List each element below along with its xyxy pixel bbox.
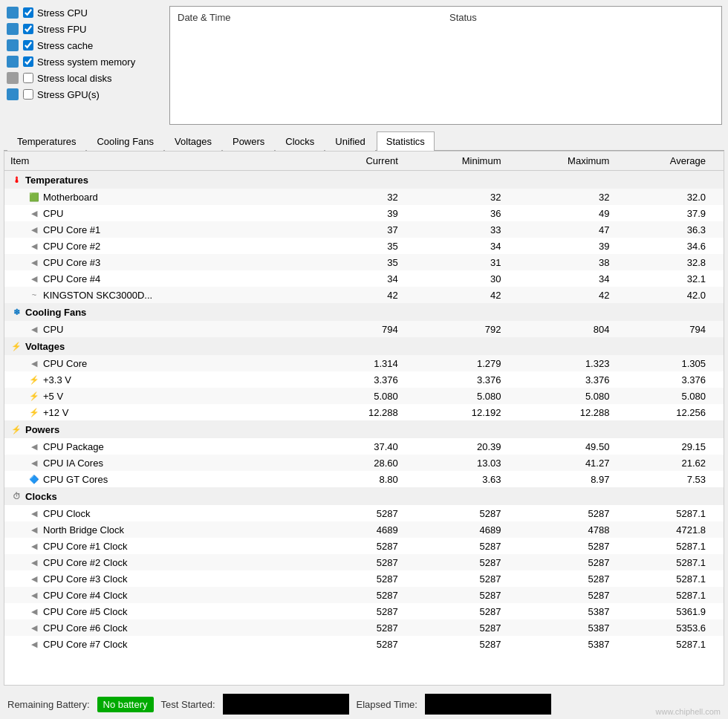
table-row: ◀ CPU Core #2 Clock 5287528752875287.1 [4,554,724,570]
svg-rect-4 [7,72,19,84]
stress-options-panel: Stress CPUStress FPUStress cacheStress s… [6,6,162,125]
checkbox-cpu[interactable] [23,7,33,18]
svg-rect-5 [7,88,19,100]
tab-statistics[interactable]: Statistics [377,131,435,151]
svg-rect-2 [7,39,19,51]
stress-item-fpu: Stress FPU [6,22,162,36]
table-row: 🌡 Temperatures [4,171,724,189]
table-row: ◀ CPU Core 1.3141.2791.3231.305 [4,355,724,371]
table-row: ⚡ Powers [4,420,724,438]
table-row: ◀ CPU Core #7 Clock 5287528753875287.1 [4,636,724,652]
table-row: ◀ CPU Package 37.4020.3949.5029.15 [4,438,724,455]
stress-item-gpu: Stress GPU(s) [6,88,162,101]
table-row: 🟩 Motherboard 32323232.0 [4,189,724,205]
table-row: ◀ CPU Core #6 Clock 5287528753875353.6 [4,619,724,636]
tab-coolingfans[interactable]: Cooling Fans [87,131,163,151]
checkbox-gpu[interactable] [23,89,33,100]
stress-item-cpu: Stress CPU [6,6,162,19]
stress-item-disks: Stress local disks [6,71,162,85]
table-row: ◀ CPU Core #4 34303432.1 [4,270,724,287]
table-header-row: Item Current Minimum Maximum Average [4,152,724,171]
col-item: Item [4,152,315,171]
col-maximum: Maximum [507,152,615,171]
checkbox-memory[interactable] [23,56,33,67]
table-row: ◀ CPU Core #1 Clock 5287528752875287.1 [4,538,724,554]
checkbox-fpu[interactable] [23,24,33,34]
table-row: ◀ North Bridge Clock 4689468947884721.8 [4,521,724,538]
table-row: ◀ CPU IA Cores 28.6013.0341.2721.62 [4,455,724,471]
tab-unified[interactable]: Unified [325,131,374,151]
svg-rect-1 [7,23,19,35]
test-started-input[interactable] [223,694,349,715]
stress-item-cache: Stress cache [6,39,162,52]
stress-label-cpu: Stress CPU [37,7,88,19]
table-row: ◀ CPU Core #5 Clock 5287528753875361.9 [4,603,724,619]
col-current: Current [315,152,404,171]
table-row: ◀ CPU Core #3 35313832.8 [4,254,724,270]
table-row: ❄ Cooling Fans [4,303,724,321]
statistics-table: Item Current Minimum Maximum Average 🌡 T… [4,152,724,652]
table-row: ◀ CPU Core #3 Clock 5287528752875287.1 [4,570,724,587]
statistics-table-container[interactable]: Item Current Minimum Maximum Average 🌡 T… [4,151,724,686]
checkbox-cache[interactable] [23,40,33,51]
stress-icon-cpu [6,6,19,19]
checkbox-disks[interactable] [23,73,33,83]
table-row: ◀ CPU 39364937.9 [4,205,724,221]
log-panel: Date & Time Status [169,6,722,125]
table-row: 🔷 CPU GT Cores 8.803.638.977.53 [4,471,724,487]
stress-label-gpu: Stress GPU(s) [37,89,100,100]
stress-item-memory: Stress system memory [6,55,162,68]
table-row: ◀ CPU Core #1 37334736.3 [4,221,724,238]
tab-clocks[interactable]: Clocks [276,131,324,151]
col-spacer [712,152,724,171]
bottom-bar: Remaining Battery: No battery Test Start… [0,688,728,719]
tabs-bar: TemperaturesCooling FansVoltagesPowersCl… [4,131,724,151]
elapsed-label: Elapsed Time: [357,699,417,710]
table-row: ◀ CPU Core #2 35343934.6 [4,238,724,254]
table-row: ⚡ +3.3 V 3.3763.3763.3763.376 [4,371,724,388]
table-row: ⚡ +5 V 5.0805.0805.0805.080 [4,388,724,404]
stress-icon-disks [6,71,19,85]
table-row: ⏱ Clocks [4,487,724,505]
col-average: Average [615,152,712,171]
watermark: www.chiphell.com [656,706,721,717]
table-row: ~ KINGSTON SKC3000D... 42424242.0 [4,287,724,303]
stress-label-fpu: Stress FPU [37,24,86,35]
log-header-datetime: Date & Time [174,10,446,120]
stress-icon-memory [6,55,19,68]
table-row: ◀ CPU Core #4 Clock 5287528752875287.1 [4,587,724,603]
battery-label: Remaining Battery: [7,699,90,710]
stress-label-disks: Stress local disks [37,73,111,84]
stress-icon-cache [6,39,19,52]
svg-rect-0 [7,7,19,19]
stress-label-memory: Stress system memory [37,56,135,68]
col-minimum: Minimum [404,152,507,171]
table-row: ⚡ Voltages [4,337,724,355]
table-row: ◀ CPU Clock 5287528752875287.1 [4,505,724,521]
tab-powers[interactable]: Powers [223,131,274,151]
tab-temperatures[interactable]: Temperatures [7,131,85,151]
elapsed-input[interactable] [425,694,551,715]
table-row: ⚡ +12 V 12.28812.19212.28812.256 [4,404,724,420]
test-started-label: Test Started: [161,699,215,710]
stress-icon-gpu [6,88,19,101]
app-container: Stress CPUStress FPUStress cacheStress s… [0,0,728,719]
log-header-status: Status [446,10,718,120]
top-section: Stress CPUStress FPUStress cacheStress s… [0,0,728,131]
stress-icon-fpu [6,22,19,36]
stress-label-cache: Stress cache [37,40,93,51]
tab-voltages[interactable]: Voltages [165,131,221,151]
table-row: ◀ CPU 794792804794 [4,321,724,337]
battery-value: No battery [97,697,154,712]
svg-rect-3 [7,56,19,68]
